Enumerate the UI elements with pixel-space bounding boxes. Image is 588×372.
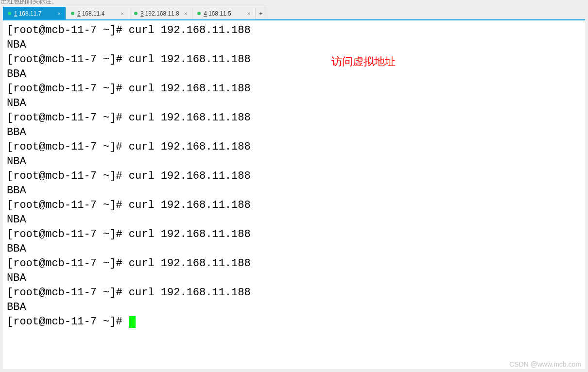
tab-number: 1 [14,10,17,17]
tab-number: 4 [204,10,207,17]
close-icon[interactable]: × [53,11,61,17]
tab-1[interactable]: 1 168.11.7 × [3,7,66,19]
terminal-output: [root@mcb-11-7 ~]# curl 192.168.11.188 N… [3,20,585,333]
status-dot-icon [134,12,138,15]
tab-label: 192.168.11.8 [145,10,179,17]
tab-label: 168.11.4 [82,10,105,17]
terminal-cursor [129,316,136,328]
terminal-pane[interactable]: [root@mcb-11-7 ~]# curl 192.168.11.188 N… [3,19,585,369]
tab-2[interactable]: 2 168.11.4 × [66,7,129,19]
close-icon[interactable]: × [116,11,124,17]
add-tab-button[interactable]: + [256,7,266,19]
tab-3[interactable]: 3 192.168.11.8 × [129,7,192,19]
tab-4[interactable]: 4 168.11.5 × [192,7,256,19]
tab-label: 168.11.5 [208,10,231,17]
status-dot-icon [197,12,201,15]
tab-label: 168.11.7 [19,10,42,17]
status-dot-icon [8,12,11,15]
close-icon[interactable]: × [179,11,187,17]
tab-number: 3 [140,10,144,17]
close-icon[interactable]: × [242,11,250,17]
tab-number: 2 [77,10,81,17]
status-dot-icon [71,12,74,15]
annotation-label: 访问虚拟地址 [331,54,396,69]
tab-bar: 1 168.11.7 × 2 168.11.4 × 3 192.168.11.8… [3,7,585,19]
watermark-text: CSDN @www.mcb.com [509,360,581,368]
page-context-fragment: 出红⾊的前头标注。 [0,0,58,6]
